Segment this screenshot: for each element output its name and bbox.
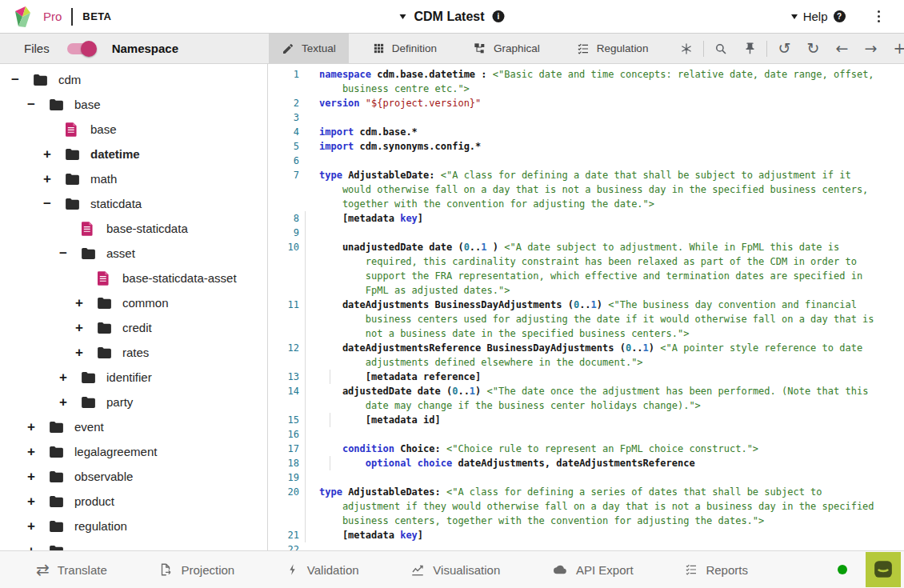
code-row[interactable]: 6 — [268, 154, 904, 168]
pin-button[interactable] — [735, 36, 764, 61]
visualisation-action[interactable]: Visualisation — [410, 562, 500, 578]
tree-item-common[interactable]: +common — [0, 290, 267, 315]
expand-icon[interactable]: + — [27, 543, 50, 551]
code-editor[interactable]: 1namespace cdm.base.datetime : <"Basic d… — [268, 64, 904, 550]
back-button[interactable]: ← — [827, 36, 856, 61]
code-row[interactable]: would otherwise fall on a day that is no… — [268, 182, 904, 197]
code-row[interactable]: support the FRA representation, which ef… — [268, 269, 904, 283]
tree-item-event[interactable]: +event — [0, 414, 267, 439]
tree-item-datetime[interactable]: +datetime — [0, 142, 267, 166]
collapse-icon[interactable]: − — [59, 246, 82, 262]
tree-item-base-staticdata-asset[interactable]: base-staticdata-asset — [0, 266, 267, 290]
expand-icon[interactable]: + — [27, 518, 50, 534]
code-row[interactable]: 2version "${project.version}" — [268, 96, 904, 110]
files-namespace-toggle[interactable] — [67, 43, 94, 54]
expand-icon[interactable]: + — [43, 171, 66, 187]
tree-item-credit[interactable]: +credit — [0, 315, 267, 340]
code-row[interactable]: 21 [metadata key] — [268, 528, 904, 542]
undo-button[interactable]: ↺ — [770, 36, 798, 61]
expand-icon[interactable]: + — [75, 320, 98, 336]
code-row[interactable]: 7type AdjustableDate: <"A class for defi… — [268, 168, 904, 182]
forward-button[interactable]: → — [856, 36, 885, 61]
zoom-in-button[interactable]: + — [885, 36, 904, 61]
code-row[interactable]: 20type AdjustableDates: <"A class for de… — [268, 485, 904, 499]
collapse-icon[interactable]: − — [11, 72, 34, 88]
collapse-icon[interactable]: − — [43, 196, 66, 212]
tab-definition[interactable]: Definition — [360, 34, 450, 63]
tab-label: Textual — [302, 42, 336, 54]
tab-textual[interactable]: Textual — [269, 34, 349, 63]
help-menu[interactable]: Help ? — [791, 10, 846, 23]
code-row[interactable]: 15 [metadata id] — [268, 413, 904, 427]
info-icon[interactable]: i — [493, 10, 505, 22]
code-row[interactable]: 19 — [268, 470, 904, 485]
tree-item-rates[interactable]: +rates — [0, 340, 267, 365]
code-row[interactable]: 13 [metadata reference] — [268, 370, 904, 384]
code-row[interactable]: 5import cdm.synonyms.config.* — [268, 139, 904, 154]
tree-item-base-staticdata[interactable]: base-staticdata — [0, 216, 267, 241]
code-row[interactable]: 18 optional choice dateAdjustments, date… — [268, 456, 904, 470]
intercom-launcher[interactable] — [866, 552, 901, 587]
asterisk-button[interactable] — [672, 36, 701, 61]
redo-button[interactable]: ↻ — [798, 36, 827, 61]
code-row[interactable]: 12 dateAdjustmentsReference BusinessDayA… — [268, 341, 904, 355]
expand-icon[interactable]: + — [75, 295, 98, 311]
code-row[interactable]: 17 condition Choice: <"Choice rule to re… — [268, 442, 904, 456]
code-row[interactable]: adjustment if they would otherwise fall … — [268, 499, 904, 514]
expand-icon[interactable]: + — [75, 345, 98, 361]
tab-regulation[interactable]: Regulation — [564, 34, 662, 63]
kebab-menu-icon[interactable] — [874, 7, 884, 26]
code-row[interactable]: 4import cdm.base.* — [268, 125, 904, 139]
tree-item-regulation[interactable]: +regulation — [0, 514, 267, 538]
expand-icon[interactable]: + — [27, 444, 50, 460]
code-row[interactable]: 22 — [268, 542, 904, 550]
code-row[interactable]: not a business date in the specified bus… — [268, 326, 904, 341]
projection-action[interactable]: Projection — [158, 562, 234, 578]
workspace-selector[interactable]: CDM Latest i — [399, 10, 504, 24]
tab-graphical[interactable]: Graphical — [461, 34, 553, 63]
code-row[interactable]: 3 — [268, 110, 904, 125]
code-row[interactable]: business centre etc."> — [268, 82, 904, 96]
expand-icon[interactable]: + — [27, 469, 50, 485]
code-row[interactable]: 1namespace cdm.base.datetime : <"Basic d… — [268, 67, 904, 82]
code-row[interactable]: 16 — [268, 427, 904, 442]
code-row[interactable]: 10 unadjustedDate date (0..1 ) <"A date … — [268, 240, 904, 254]
code-row[interactable]: adjustments defined elsewhere in the doc… — [268, 355, 904, 370]
line-number: 18 — [268, 456, 299, 470]
tree-item-identifier[interactable]: +identifier — [0, 365, 267, 390]
code-row[interactable]: 8 [metadata key] — [268, 211, 904, 226]
code-row[interactable]: required, this cardinality constraint ha… — [268, 254, 904, 269]
expand-icon[interactable]: + — [43, 146, 66, 162]
tree-item-staticdata[interactable]: −staticdata — [0, 191, 267, 216]
code-row[interactable]: together with the convention for adjusti… — [268, 197, 904, 211]
collapse-icon[interactable]: − — [27, 97, 50, 113]
api-export-action[interactable]: API Export — [552, 562, 634, 578]
tree-item-observable[interactable]: +observable — [0, 464, 267, 489]
code-row[interactable]: business centers used for adjusting the … — [268, 312, 904, 326]
tree-item-cdm[interactable]: −cdm — [0, 67, 267, 92]
code-row[interactable]: FpML as adjusted dates."> — [268, 283, 904, 298]
expand-icon[interactable]: + — [27, 494, 50, 510]
tree-item-partial[interactable]: + — [0, 538, 267, 550]
tree-item-math[interactable]: +math — [0, 166, 267, 191]
code-row[interactable]: 14 adjustedDate date (0..1) <"The date o… — [268, 384, 904, 398]
search-button[interactable] — [706, 36, 735, 61]
tree-item-party[interactable]: +party — [0, 390, 267, 414]
validation-action[interactable]: Validation — [286, 562, 359, 578]
code-row[interactable]: business centers, together with the conv… — [268, 514, 904, 528]
tree-item-legalagreement[interactable]: +legalagreement — [0, 439, 267, 464]
code-row[interactable]: date may change if the business center h… — [268, 398, 904, 413]
brand[interactable]: Pro BETA — [0, 6, 111, 28]
code-row[interactable]: 9 — [268, 226, 904, 240]
reports-action[interactable]: Reports — [685, 562, 748, 578]
expand-icon[interactable]: + — [27, 419, 50, 435]
indent-guide — [330, 370, 330, 384]
expand-icon[interactable]: + — [59, 394, 82, 410]
tree-item-base[interactable]: −base — [0, 92, 267, 117]
tree-item-base[interactable]: base — [0, 117, 267, 142]
tree-item-asset[interactable]: −asset — [0, 241, 267, 266]
code-row[interactable]: 11 dateAdjustments BusinessDayAdjustment… — [268, 298, 904, 312]
tree-item-product[interactable]: +product — [0, 489, 267, 514]
expand-icon[interactable]: + — [59, 370, 82, 386]
translate-action[interactable]: ⇄Translate — [36, 562, 107, 578]
